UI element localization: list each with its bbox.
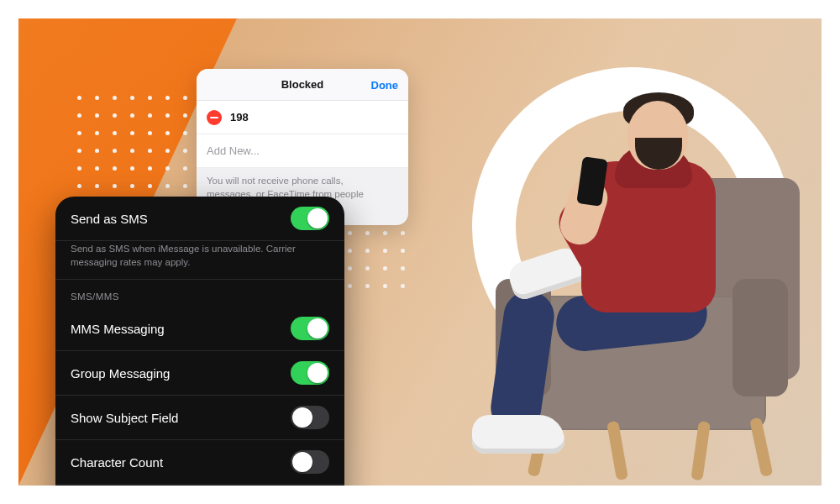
group-messaging-row[interactable]: Group Messaging [55, 351, 344, 396]
person-on-chair-illustration [455, 86, 822, 480]
popup-header: Blocked Done [197, 69, 408, 101]
messages-settings-panel: Send as SMS Send as SMS when iMessage is… [55, 197, 344, 486]
row-label: Character Count [71, 455, 163, 470]
row-label: Send as SMS [71, 212, 148, 226]
row-label: MMS Messaging [71, 322, 165, 336]
row-label: Group Messaging [71, 366, 170, 381]
toggle-knob [307, 208, 328, 228]
mms-messaging-row[interactable]: MMS Messaging [55, 307, 344, 351]
toggle-switch[interactable] [291, 450, 329, 474]
show-subject-field-row[interactable]: Show Subject Field [55, 396, 344, 440]
dot-grid-deco [77, 96, 205, 188]
character-count-row[interactable]: Character Count [55, 440, 344, 485]
row-label: Show Subject Field [71, 411, 178, 425]
add-new-label: Add New... [207, 144, 260, 157]
sneaker-icon [472, 415, 564, 454]
armchair-arm [732, 279, 788, 396]
blocked-entry-row[interactable]: 198 [197, 101, 408, 134]
armchair-leg [749, 417, 773, 477]
section-header: SMS/MMS [55, 280, 344, 307]
footer-line: You will not receive phone calls, [207, 175, 398, 188]
toggle-knob [307, 363, 328, 383]
hero-frame: Blocked Done 198 Add New... You will not… [18, 18, 822, 486]
toggle-knob [307, 318, 328, 339]
toggle-switch[interactable] [291, 317, 329, 340]
send-as-sms-row[interactable]: Send as SMS [55, 197, 344, 241]
add-new-row[interactable]: Add New... [197, 134, 408, 168]
toggle-switch[interactable] [291, 361, 329, 385]
done-button[interactable]: Done [371, 69, 399, 101]
blocked-contacts-row[interactable]: Blocked Contacts [55, 485, 344, 486]
blocked-number: 198 [230, 111, 249, 123]
toggle-switch[interactable] [291, 406, 329, 429]
remove-icon[interactable] [207, 110, 222, 125]
toggle-knob [292, 452, 312, 472]
toggle-switch[interactable] [291, 207, 329, 230]
popup-title: Blocked [281, 78, 324, 91]
toggle-knob [292, 407, 312, 428]
send-as-sms-description: Send as SMS when iMessage is unavailable… [55, 241, 344, 280]
